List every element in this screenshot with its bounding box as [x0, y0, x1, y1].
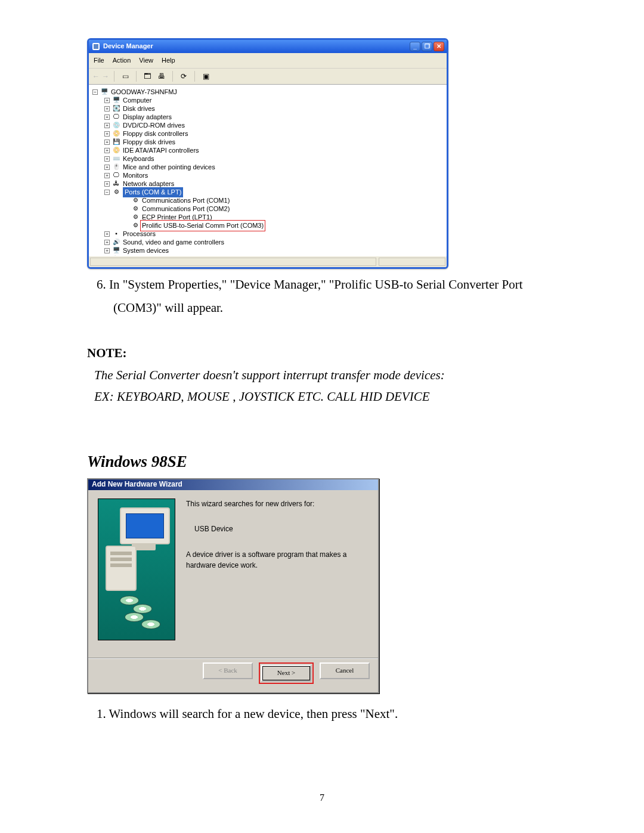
menu-help[interactable]: Help — [162, 55, 175, 66]
maximize-button[interactable]: ❐ — [422, 42, 432, 51]
note-heading: NOTE: — [87, 343, 557, 363]
device-tree[interactable]: −🖥️ GOODWAY-7SHNFMJ +🖥️Computer +💽Disk d… — [89, 85, 447, 256]
keyboard-icon: ⌨️ — [112, 155, 120, 162]
back-button[interactable]: ← — [92, 71, 100, 82]
close-button[interactable]: ✕ — [434, 42, 444, 51]
dvd-icon: 💿 — [112, 122, 120, 129]
floppy-drive-icon: 💾 — [112, 138, 120, 145]
usb-icon: 🔌 — [112, 255, 120, 256]
system-icon: 🖥️ — [112, 247, 120, 254]
scan-hardware-icon[interactable]: ⟳ — [178, 70, 190, 82]
device-manager-window: Device Manager _ ❐ ✕ File Action View He… — [87, 38, 448, 269]
section-heading-windows-98se: Windows 98SE — [87, 450, 557, 475]
page-number: 7 — [0, 791, 644, 806]
properties-icon[interactable]: 🗔 — [141, 70, 153, 82]
ide-icon: 📀 — [112, 147, 120, 154]
next-button-highlight: Next > — [259, 662, 314, 684]
instruction-step-1: 1. Windows will search for a new device,… — [87, 704, 557, 724]
print-icon[interactable]: 🖶 — [156, 70, 168, 82]
port-icon: ⚙ — [131, 222, 140, 229]
instruction-step-6-cont: (COM3)" will appear. — [113, 298, 557, 318]
monitor-icon: 🖵 — [112, 172, 120, 179]
menu-bar: File Action View Help — [89, 53, 447, 69]
display-icon: 🖵 — [112, 113, 120, 120]
sound-icon: 🔊 — [112, 239, 120, 246]
network-icon: 🖧 — [112, 180, 120, 187]
title-bar[interactable]: Device Manager _ ❐ ✕ — [89, 40, 447, 53]
computer-icon: 🖥️ — [112, 97, 120, 104]
disk-icon: 💽 — [112, 105, 120, 112]
back-button: < Back — [203, 662, 253, 679]
add-new-hardware-wizard-window: Add New Hardware Wizard This wizard sear… — [87, 478, 379, 693]
floppy-controller-icon: 📀 — [112, 130, 120, 137]
port-icon: ⚙ — [112, 188, 120, 196]
computer-icon: 🖥️ — [100, 88, 109, 95]
note-body-1: The Serial Converter doesn't support int… — [94, 366, 557, 385]
app-icon — [92, 43, 100, 50]
menu-view[interactable]: View — [139, 55, 153, 66]
wizard-button-row: < Back Next > Cancel — [88, 658, 378, 692]
next-button[interactable]: Next > — [261, 665, 311, 682]
menu-file[interactable]: File — [94, 55, 104, 66]
port-icon: ⚙ — [131, 205, 140, 212]
status-bar — [89, 256, 447, 267]
window-title: Device Manager — [103, 41, 153, 51]
cancel-button[interactable]: Cancel — [320, 662, 370, 679]
port-icon: ⚙ — [131, 213, 140, 221]
show-hide-console-icon[interactable]: ▭ — [119, 70, 131, 82]
wizard-illustration — [98, 498, 175, 640]
toolbar: ← → ▭ 🗔 🖶 ⟳ ▣ — [89, 69, 447, 85]
port-icon: ⚙ — [131, 197, 140, 204]
wizard-title-bar[interactable]: Add New Hardware Wizard — [88, 479, 378, 490]
processor-icon: ▪ — [112, 230, 120, 237]
note-body-2: EX: KEYBOARD, MOUSE , JOYSTICK ETC. CALL… — [94, 387, 557, 407]
minimize-button[interactable]: _ — [410, 42, 420, 51]
instruction-step-6: 6. In "System Properties," "Device Manag… — [87, 275, 557, 295]
menu-action[interactable]: Action — [113, 55, 131, 66]
wizard-text: This wizard searches for new drivers for… — [186, 498, 369, 654]
mouse-icon: 🖱️ — [112, 163, 120, 171]
uninstall-icon[interactable]: ▣ — [200, 70, 212, 82]
forward-button[interactable]: → — [102, 71, 109, 82]
